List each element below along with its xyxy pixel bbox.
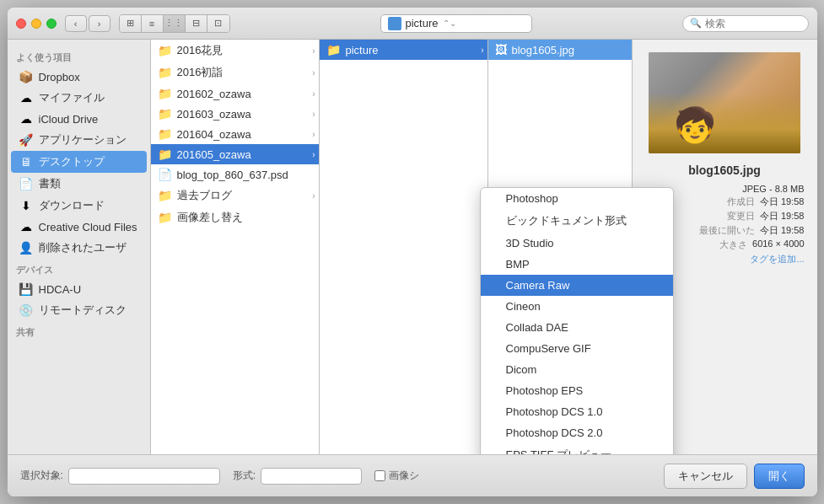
- file-item-selected[interactable]: 📁 201605_ozawa ›: [151, 144, 319, 164]
- dropdown-item-gif[interactable]: CompuServe GIF: [481, 338, 673, 359]
- icloud-icon: ☁: [19, 112, 33, 126]
- arrow-icon: ›: [312, 68, 315, 78]
- maximize-button[interactable]: [46, 19, 57, 29]
- sidebar-item-hdca[interactable]: 💾 HDCA-U: [11, 279, 147, 299]
- sidebar-item-dropbox[interactable]: 📦 Dropbox: [11, 67, 147, 87]
- desktop-icon: 🖥: [19, 155, 33, 169]
- minimize-button[interactable]: [31, 19, 41, 29]
- back-button[interactable]: ‹: [65, 15, 87, 32]
- selection-label: 選択対象:: [20, 469, 63, 483]
- dropdown-item-dicom[interactable]: Dicom: [481, 359, 673, 380]
- dropdown-item-bigdoc[interactable]: ビックドキュメント形式: [481, 209, 673, 233]
- sidebar-item-label: 削除されたユーザ: [39, 240, 127, 255]
- last-opened-value: 今日 19:58: [760, 224, 805, 237]
- folder-icon: 📁: [158, 44, 172, 57]
- preview-format: JPEG - 8.8 MB: [742, 184, 804, 194]
- sidebar-item-applications[interactable]: 🚀 アプリケーション: [11, 129, 147, 151]
- dropdown-item-bmp[interactable]: BMP: [481, 254, 673, 275]
- location-bar[interactable]: picture ⌃⌄: [380, 14, 532, 33]
- close-button[interactable]: [16, 19, 26, 29]
- selection-input[interactable]: [68, 468, 220, 485]
- myfiles-icon: ☁: [19, 91, 33, 105]
- dropdown-item-dcs2[interactable]: Photoshop DCS 2.0: [481, 422, 673, 443]
- sidebar-item-label: マイファイル: [39, 90, 105, 105]
- dropdown-item-eps[interactable]: Photoshop EPS: [481, 380, 673, 401]
- dropdown-item-label: CompuServe GIF: [506, 342, 591, 355]
- dropdown-item-label: ビックドキュメント形式: [506, 213, 627, 228]
- dropdown-item-label: Dicom: [506, 363, 537, 376]
- dropdown-item-3dstudio[interactable]: 3D Studio: [481, 233, 673, 254]
- file-item[interactable]: 📁 201604_ozawa ›: [151, 124, 319, 144]
- modified-label: 変更日: [727, 210, 755, 223]
- sidebar-item-label: Creative Cloud Files: [39, 221, 137, 233]
- main-area: よく使う項目 📦 Dropbox ☁ マイファイル ☁ iCloud Drive…: [8, 40, 817, 454]
- forward-button[interactable]: ›: [89, 15, 110, 32]
- dropdown-item-cineon[interactable]: Cineon: [481, 296, 673, 317]
- dropdown-item-collada[interactable]: Collada DAE: [481, 317, 673, 338]
- location-dropdown-arrow: ⌃⌄: [443, 19, 456, 28]
- format-dropdown[interactable]: Photoshop ビックドキュメント形式 3D Studio BMP: [480, 187, 674, 454]
- remote-icon: 💿: [19, 303, 33, 317]
- icon-view-button[interactable]: ⊞: [120, 15, 142, 32]
- list-view-button[interactable]: ≡: [142, 15, 164, 32]
- file-item-blog[interactable]: 🖼 blog1605.jpg: [488, 40, 632, 60]
- gallery-view-button[interactable]: ⊟: [186, 15, 207, 32]
- image-check[interactable]: [374, 470, 385, 481]
- search-icon: 🔍: [690, 18, 702, 29]
- downloads-icon: ⬇: [19, 199, 33, 212]
- arrow-icon: ›: [312, 110, 315, 119]
- creative-icon: ☁: [19, 220, 33, 233]
- file-name: picture: [346, 44, 379, 56]
- file-item[interactable]: 📄 blog_top_860_637.psd: [151, 164, 319, 185]
- file-item[interactable]: 📁 201603_ozawa ›: [151, 104, 319, 124]
- open-button[interactable]: 開く: [754, 464, 805, 489]
- coverflow-button[interactable]: ⊡: [207, 15, 229, 32]
- folder-icon: [388, 17, 401, 30]
- sidebar-item-downloads[interactable]: ⬇ ダウンロード: [11, 195, 147, 217]
- column-view-button[interactable]: ⋮⋮: [164, 15, 186, 32]
- preview-filename: blog1605.jpg: [688, 164, 761, 177]
- dropdown-item-cameraraw[interactable]: Camera Raw: [481, 275, 673, 296]
- dropdown-item-photoshop[interactable]: Photoshop: [481, 188, 673, 209]
- trash-icon: 👤: [19, 241, 33, 255]
- sidebar-item-icloud[interactable]: ☁ iCloud Drive: [11, 109, 147, 129]
- arrow-icon: ›: [312, 130, 315, 139]
- file-item[interactable]: 📁 201602_ozawa ›: [151, 83, 319, 104]
- search-bar[interactable]: 🔍: [682, 15, 809, 32]
- search-input[interactable]: [705, 18, 801, 29]
- open-dialog: ‹ › ⊞ ≡ ⋮⋮ ⊟ ⊡ picture ⌃⌄ 🔍 よく使う項目: [8, 8, 817, 496]
- dropdown-item-label: EPS TIFF プレビュー: [506, 448, 611, 454]
- file-item[interactable]: 📁 画像差し替え: [151, 206, 319, 228]
- modified-value: 今日 19:58: [760, 210, 805, 223]
- dropdown-item-epstiff[interactable]: EPS TIFF プレビュー: [481, 443, 673, 454]
- last-opened-label: 最後に開いた: [699, 224, 755, 237]
- add-tag-link[interactable]: タグを追加...: [750, 253, 804, 265]
- sidebar-item-creative[interactable]: ☁ Creative Cloud Files: [11, 217, 147, 237]
- file-item[interactable]: 📁 2016初詣 ›: [151, 62, 319, 83]
- sidebar-item-myfiles[interactable]: ☁ マイファイル: [11, 87, 147, 109]
- bottom-left: 選択対象: 形式: 画像シ: [20, 468, 420, 485]
- dropdown-item-dcs1[interactable]: Photoshop DCS 1.0: [481, 401, 673, 422]
- title-center: picture ⌃⌄: [239, 14, 674, 33]
- dropdown-item-label: Photoshop EPS: [506, 384, 584, 397]
- sidebar-item-desktop[interactable]: 🖥 デスクトップ: [11, 151, 147, 173]
- format-field: 形式:: [233, 468, 362, 485]
- file-name: 2016初詣: [177, 65, 224, 80]
- file-name: 過去ブログ: [177, 188, 232, 203]
- preview-img: [649, 52, 800, 153]
- file-name: 2016花見: [177, 43, 224, 58]
- dropdown-item-label: 3D Studio: [506, 237, 554, 249]
- file-item[interactable]: 📁 過去ブログ ›: [151, 185, 319, 206]
- file-item-picture[interactable]: 📁 picture ›: [320, 40, 487, 60]
- sidebar-item-documents[interactable]: 📄 書類: [11, 173, 147, 195]
- file-icon: 📄: [158, 168, 172, 181]
- sidebar-item-label: 書類: [39, 176, 61, 191]
- format-input[interactable]: [261, 468, 362, 485]
- folder-icon: 📁: [158, 127, 172, 141]
- cancel-button[interactable]: キャンセル: [664, 464, 747, 489]
- favorites-label: よく使う項目: [8, 46, 150, 67]
- file-item[interactable]: 📁 2016花見 ›: [151, 40, 319, 62]
- sidebar-item-remote[interactable]: 💿 リモートディスク: [11, 299, 147, 321]
- image-icon: 🖼: [495, 43, 507, 56]
- sidebar-item-trash[interactable]: 👤 削除されたユーザ: [11, 237, 147, 259]
